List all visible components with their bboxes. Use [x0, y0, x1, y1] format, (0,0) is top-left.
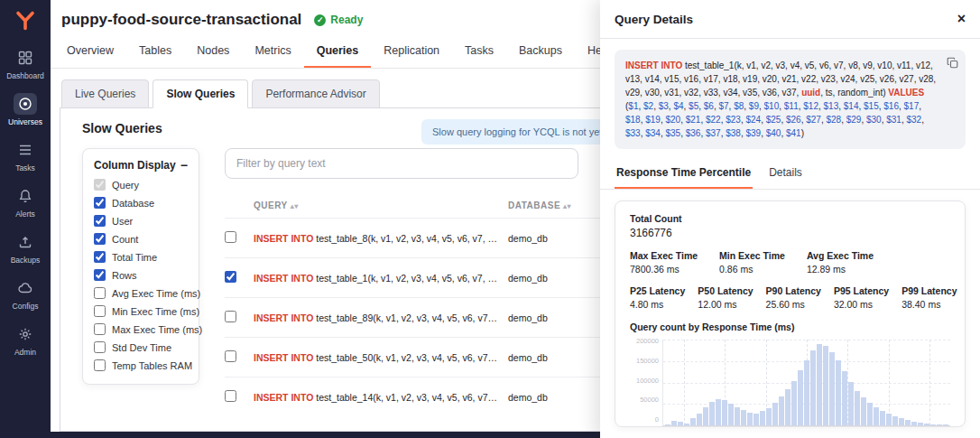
column-display-option[interactable]: Max Exec Time (ms) [94, 323, 188, 335]
tab-nodes[interactable]: Nodes [184, 34, 242, 68]
histogram-bar [823, 346, 828, 425]
histogram-bar [772, 403, 778, 425]
column-display-option[interactable]: Query [94, 179, 188, 191]
stat: P95 Latency 32.00 ms [834, 285, 889, 310]
sidebar-item-tasks[interactable]: Tasks [0, 134, 51, 180]
column-checkbox[interactable] [94, 341, 106, 353]
column-checkbox[interactable] [94, 233, 106, 245]
column-checkbox[interactable] [94, 287, 106, 299]
sort-icon[interactable]: ▴▾ [563, 202, 571, 210]
row-checkbox[interactable] [225, 271, 236, 283]
column-display-panel: Column Display − Query Database User Cou… [82, 148, 199, 385]
database-cell: demo_db [497, 312, 606, 323]
row-checkbox[interactable] [225, 350, 236, 362]
column-checkbox[interactable] [94, 359, 106, 371]
close-icon[interactable]: × [957, 12, 966, 26]
column-display-option[interactable]: Database [94, 197, 188, 209]
total-count-value: 3166776 [630, 227, 950, 239]
tab-tasks[interactable]: Tasks [452, 34, 506, 68]
histogram-bar [817, 344, 822, 425]
query-cell: INSERT INTO test_table_8(k, v1, v2, v3, … [254, 233, 497, 244]
subtab-live-queries[interactable]: Live Queries [61, 79, 149, 108]
query-cell: INSERT INTO test_table_14(k, v1, v2, v3,… [254, 392, 497, 403]
histogram-bar [867, 403, 873, 425]
row-checkbox[interactable] [225, 231, 236, 243]
column-options-list: Query Database User Count Total Time Row… [94, 179, 188, 371]
column-display-option[interactable]: Count [94, 233, 188, 245]
column-checkbox[interactable] [94, 179, 106, 191]
histogram-bar [766, 408, 772, 425]
column-display-option[interactable]: Temp Tables RAM [94, 359, 188, 371]
sidebar-item-alerts[interactable]: Alerts [0, 180, 51, 226]
histogram-bar [880, 411, 885, 425]
subtab-slow-queries[interactable]: Slow Queries [153, 79, 248, 108]
row-checkbox[interactable] [225, 311, 236, 322]
column-checkbox[interactable] [94, 323, 106, 335]
tab-queries[interactable]: Queries [304, 34, 372, 68]
universes-icon [14, 93, 37, 115]
status-badge: ✓ Ready [314, 14, 363, 26]
column-checkbox[interactable] [94, 305, 106, 317]
tab-tables[interactable]: Tables [126, 34, 184, 68]
sort-icon[interactable]: ▴▾ [291, 202, 299, 210]
database-cell: demo_db [497, 352, 606, 363]
collapse-icon[interactable]: − [180, 158, 188, 172]
histogram-bar [861, 397, 866, 425]
query-details-panel: Query Details × INSERT INTO test_table_1… [600, 0, 980, 438]
histogram-bar [741, 410, 746, 425]
column-display-option[interactable]: Std Dev Time [94, 341, 188, 353]
exec-time-stats-row: Max Exec Time 7800.36 ms Min Exec Time 0… [630, 250, 950, 275]
sidebar-item-universes[interactable]: Universes [0, 88, 51, 134]
column-display-option[interactable]: User [94, 215, 188, 227]
histogram-bar [848, 382, 854, 425]
column-display-option[interactable]: Total Time [94, 251, 188, 263]
histogram-bar [842, 371, 847, 425]
page-title: puppy-food-source-transactional [61, 11, 301, 29]
column-display-option[interactable]: Rows [94, 269, 188, 281]
tab-replication[interactable]: Replication [371, 34, 452, 68]
sidebar-item-configs[interactable]: Configs [0, 272, 51, 318]
yugabyte-logo-icon[interactable] [0, 0, 51, 42]
stat: P50 Latency 12.00 ms [698, 285, 753, 310]
sidebar-item-dashboard[interactable]: Dashboard [0, 42, 51, 88]
details-tab-details[interactable]: Details [767, 158, 804, 189]
histogram-bar [697, 414, 702, 425]
tab-overview[interactable]: Overview [54, 34, 126, 68]
column-checkbox[interactable] [94, 215, 106, 227]
sidebar-item-backups[interactable]: Backups [0, 226, 51, 272]
column-header-query[interactable]: QUERY▴▾ [254, 200, 497, 210]
histogram-bar [918, 423, 923, 425]
copy-icon[interactable] [947, 57, 958, 69]
total-count-label: Total Count [630, 213, 950, 224]
sidebar: Dashboard Universes Tasks Alerts Backups… [0, 0, 51, 438]
tasks-icon [14, 139, 37, 161]
column-checkbox[interactable] [94, 251, 106, 263]
ready-check-icon: ✓ [314, 14, 326, 26]
query-filter-input[interactable] [225, 148, 578, 179]
sidebar-item-admin[interactable]: Admin [0, 318, 51, 364]
histogram-bar [690, 418, 696, 425]
histogram-bar [930, 424, 936, 425]
status-label: Ready [330, 14, 363, 26]
admin-icon [14, 323, 37, 345]
tab-backups[interactable]: Backups [506, 34, 575, 68]
histogram-bar [798, 370, 803, 425]
column-display-option[interactable]: Avg Exec Time (ms) [94, 287, 188, 299]
histogram-y-axis: 200000150000100000500000 [630, 337, 662, 424]
column-header-database[interactable]: DATABASE▴▾ [497, 200, 606, 210]
row-checkbox[interactable] [225, 390, 236, 402]
query-details-header: Query Details × [600, 0, 980, 39]
subtab-performance-advisor[interactable]: Performance Advisor [252, 79, 379, 108]
column-checkbox[interactable] [94, 269, 106, 281]
details-tabs: Response Time PercentileDetails [600, 158, 980, 190]
response-time-histogram: 200000150000100000500000 (1.5,1.6)(3.6,4… [630, 340, 950, 427]
column-display-option[interactable]: Min Exec Time (ms) [94, 305, 188, 317]
details-tab-response-time-percentile[interactable]: Response Time Percentile [615, 158, 753, 189]
histogram-bar [804, 360, 809, 425]
histogram-bar [735, 407, 740, 425]
histogram-bar [886, 414, 892, 425]
histogram-bar [747, 413, 753, 425]
histogram-bar [791, 381, 797, 425]
tab-metrics[interactable]: Metrics [242, 34, 303, 68]
column-checkbox[interactable] [94, 197, 106, 209]
